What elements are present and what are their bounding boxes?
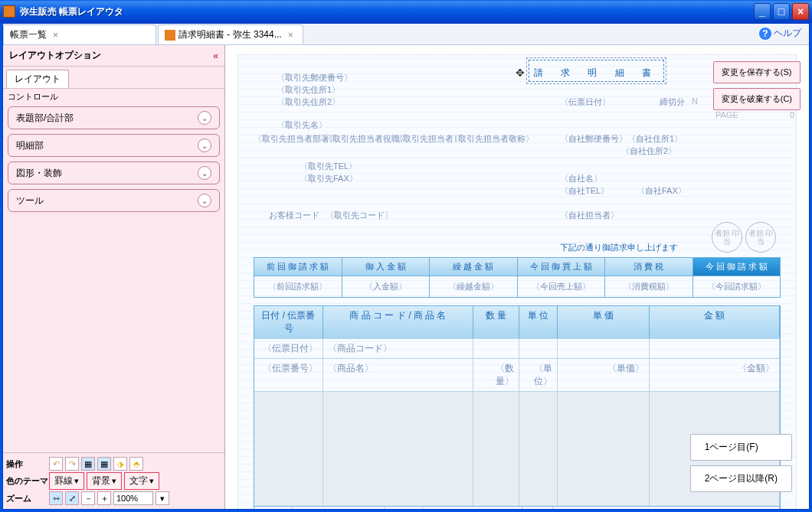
stamps: 者担 印当 者担 印当 (712, 222, 776, 253)
ph-own-tel[interactable]: 〈自社TEL〉 (560, 185, 609, 197)
ph-close[interactable]: 締切分 (660, 96, 685, 108)
chevron-down-icon: ⌄ (198, 111, 211, 125)
ph-tel[interactable]: 〈取引先TEL〉 (300, 161, 357, 172)
shape1-icon[interactable]: ⬗ (113, 457, 127, 471)
close-button[interactable]: × (792, 3, 809, 20)
ph-pageval[interactable]: 0 (790, 110, 794, 119)
help-label: ヘルプ (774, 27, 801, 40)
ph-custname[interactable]: 〈取引先名〉 (277, 119, 327, 131)
ph-page[interactable]: PAGE (715, 110, 738, 119)
chevron-down-icon: ⌄ (198, 166, 211, 180)
theme-text-button[interactable]: 文字▾ (124, 472, 159, 490)
grid2-icon[interactable]: ▦ (97, 457, 111, 471)
theme-label: 色のテーマ (6, 475, 49, 487)
ops-label: 操作 (6, 458, 49, 470)
theme-line-button[interactable]: 罫線▾ (49, 472, 84, 490)
page-buttons: 1ページ目(F) 2ページ目以降(R) (690, 434, 792, 492)
help-link[interactable]: ? ヘルプ (759, 27, 801, 40)
canvas[interactable]: ✥ 請 求 明 細 書 変更を保存する(S) 変更を破棄する(C) 〈取引先郵便… (225, 45, 809, 509)
tab-document[interactable]: 請求明細書 - 弥生 3344... × (158, 24, 303, 44)
window-title: 弥生販売 帳票レイアウタ (20, 5, 754, 18)
help-icon: ? (759, 28, 771, 40)
acc-detail[interactable]: 明細部⌄ (8, 134, 220, 157)
stamp-icon[interactable]: 者担 印当 (745, 222, 776, 253)
zoom-label: ズーム (6, 493, 49, 504)
tab-label: 請求明細書 - 弥生 3344... (178, 28, 282, 41)
sidebar-options-title: レイアウトオプション (9, 49, 101, 62)
grid1-icon[interactable]: ▦ (81, 457, 95, 471)
header-fields: 〈取引先郵便番号〉 〈取引先住所1〉 〈取引先住所2〉 〈取引先名〉 〈取引先担… (254, 69, 781, 253)
close-icon[interactable]: × (288, 30, 293, 41)
zoom-in-icon[interactable]: ＋ (97, 491, 111, 505)
note[interactable]: 下記の通り御請求申し上げます (560, 242, 678, 253)
ph-postal[interactable]: 〈取引先郵便番号〉 (277, 72, 352, 83)
ph-own-person[interactable]: 〈自社担当者〉 (560, 210, 619, 221)
maximize-button[interactable]: □ (773, 3, 790, 20)
ph-custcode-label[interactable]: お客様コード (269, 210, 319, 221)
ph-honor[interactable]: 〈取引先担当者敬称〉 (450, 133, 534, 145)
titlebar: 弥生販売 帳票レイアウタ _ □ × (0, 0, 812, 23)
ph-slipdate[interactable]: 〈伝票日付〉 (560, 96, 611, 108)
undo-icon[interactable]: ↶ (49, 457, 63, 471)
minimize-button[interactable]: _ (754, 3, 771, 20)
tab-list[interactable]: 帳票一覧 × (3, 24, 156, 44)
sidebar-options-header: レイアウトオプション « (3, 45, 224, 67)
shape2-icon[interactable]: ⬘ (129, 457, 143, 471)
ph-fax[interactable]: 〈取引先FAX〉 (300, 173, 358, 184)
close-icon[interactable]: × (53, 30, 58, 41)
page2-button[interactable]: 2ページ目以降(R) (690, 465, 792, 492)
app-icon (3, 5, 15, 18)
page1-button[interactable]: 1ページ目(F) (690, 434, 792, 461)
tab-bar: 帳票一覧 × 請求明細書 - 弥生 3344... × ? ヘルプ (3, 24, 809, 45)
zoom-dropdown-icon[interactable]: ▾ (156, 491, 169, 505)
summary-table[interactable]: 前 回 御 請 求 額〈前回請求額〉 御 入 金 額〈入金額〉 繰 越 金 額〈… (254, 257, 781, 298)
fit-width-icon[interactable]: ⇿ (49, 491, 63, 505)
stamp-icon[interactable]: 者担 印当 (712, 222, 742, 253)
theme-bg-button[interactable]: 背景▾ (87, 472, 122, 490)
doc-icon (165, 30, 175, 41)
bottom-panel: 操作 ↶ ↷ ▦ ▦ ⬗ ⬘ 色のテーマ 罫線▾ 背景▾ 文字 (3, 452, 224, 509)
ph-own-fax[interactable]: 〈自社FAX〉 (637, 185, 686, 197)
redo-icon[interactable]: ↷ (65, 457, 79, 471)
tab-label: 帳票一覧 (10, 28, 47, 41)
ph-own-addr2[interactable]: 〈自社住所2〉 (621, 145, 676, 157)
sidebar: レイアウトオプション « レイアウト コントロール 表題部/合計部⌄ 明細部⌄ … (3, 45, 225, 509)
collapse-icon[interactable]: « (213, 51, 218, 61)
ph-addr1[interactable]: 〈取引先住所1〉 (277, 84, 340, 96)
ph-own-name[interactable]: 〈自社名〉 (560, 173, 602, 184)
zoom-input[interactable] (113, 491, 153, 505)
chevron-down-icon: ⌄ (198, 194, 211, 207)
control-label: コントロール (3, 88, 224, 104)
acc-tool[interactable]: ツール⌄ (8, 189, 220, 212)
sidebar-tab-layout[interactable]: レイアウト (6, 70, 69, 88)
ph-addr2[interactable]: 〈取引先住所2〉 (277, 96, 340, 108)
ph-n[interactable]: N (692, 96, 698, 106)
ph-custcode[interactable]: 〈取引先コード〉 (326, 210, 393, 221)
acc-shape[interactable]: 図形・装飾⌄ (8, 161, 220, 184)
ph-own-addr[interactable]: 〈自社郵便番号〉〈自社住所1〉 (560, 133, 683, 145)
acc-title[interactable]: 表題部/合計部⌄ (8, 106, 220, 129)
fit-page-icon[interactable]: ⤢ (65, 491, 79, 505)
zoom-out-icon[interactable]: － (81, 491, 95, 505)
chevron-down-icon: ⌄ (198, 139, 211, 152)
